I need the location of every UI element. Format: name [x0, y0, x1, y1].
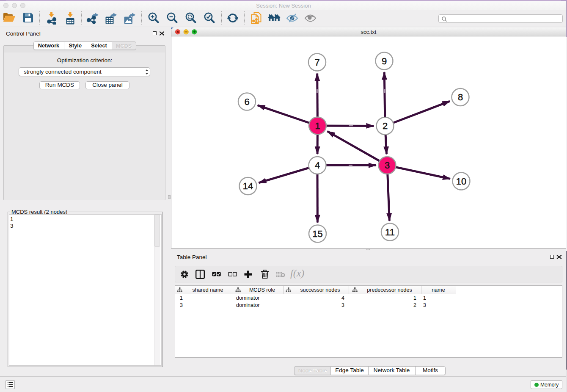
svg-text:7: 7 [314, 57, 319, 68]
svg-text:11: 11 [385, 227, 395, 237]
svg-text:10: 10 [456, 176, 466, 187]
svg-text:2: 2 [383, 121, 388, 131]
svg-text:15: 15 [312, 229, 322, 239]
svg-text:1: 1 [315, 121, 320, 131]
svg-text:6: 6 [244, 97, 249, 107]
svg-text:3: 3 [385, 160, 390, 171]
svg-text:14: 14 [243, 181, 253, 191]
svg-text:8: 8 [458, 92, 463, 102]
svg-text:4: 4 [315, 160, 320, 171]
svg-text:9: 9 [382, 56, 387, 66]
